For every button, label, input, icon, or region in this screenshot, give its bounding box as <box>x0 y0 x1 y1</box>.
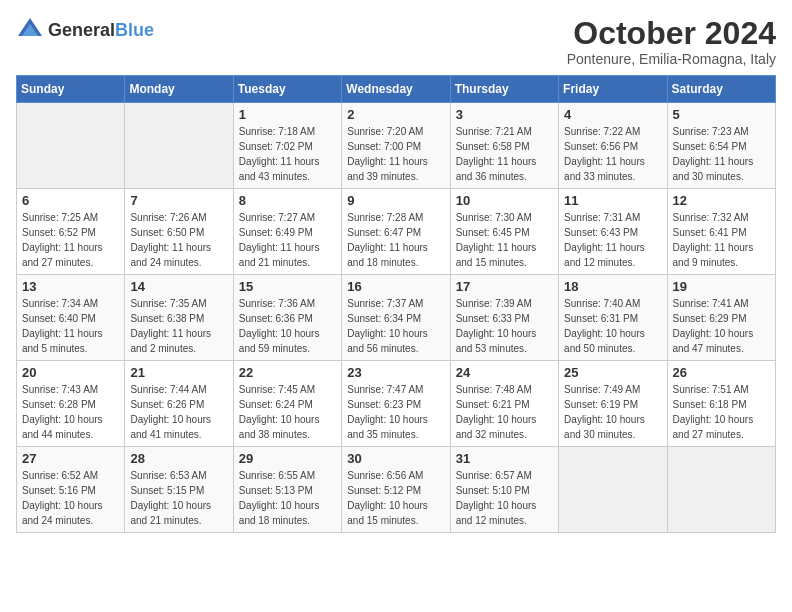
calendar-cell <box>125 103 233 189</box>
day-number: 21 <box>130 365 227 380</box>
day-info: Sunrise: 7:22 AMSunset: 6:56 PMDaylight:… <box>564 124 661 184</box>
day-number: 27 <box>22 451 119 466</box>
day-number: 29 <box>239 451 336 466</box>
day-info: Sunrise: 7:35 AMSunset: 6:38 PMDaylight:… <box>130 296 227 356</box>
day-number: 24 <box>456 365 553 380</box>
logo-icon <box>16 16 44 44</box>
day-number: 5 <box>673 107 770 122</box>
day-info: Sunrise: 6:53 AMSunset: 5:15 PMDaylight:… <box>130 468 227 528</box>
calendar-cell: 10Sunrise: 7:30 AMSunset: 6:45 PMDayligh… <box>450 189 558 275</box>
calendar-cell: 15Sunrise: 7:36 AMSunset: 6:36 PMDayligh… <box>233 275 341 361</box>
day-number: 31 <box>456 451 553 466</box>
day-number: 2 <box>347 107 444 122</box>
logo: GeneralBlue <box>16 16 154 44</box>
day-number: 22 <box>239 365 336 380</box>
calendar-cell: 13Sunrise: 7:34 AMSunset: 6:40 PMDayligh… <box>17 275 125 361</box>
calendar-cell: 21Sunrise: 7:44 AMSunset: 6:26 PMDayligh… <box>125 361 233 447</box>
calendar-cell <box>559 447 667 533</box>
calendar-cell: 9Sunrise: 7:28 AMSunset: 6:47 PMDaylight… <box>342 189 450 275</box>
calendar-cell: 5Sunrise: 7:23 AMSunset: 6:54 PMDaylight… <box>667 103 775 189</box>
calendar-cell: 20Sunrise: 7:43 AMSunset: 6:28 PMDayligh… <box>17 361 125 447</box>
day-info: Sunrise: 7:28 AMSunset: 6:47 PMDaylight:… <box>347 210 444 270</box>
day-number: 3 <box>456 107 553 122</box>
calendar-cell: 7Sunrise: 7:26 AMSunset: 6:50 PMDaylight… <box>125 189 233 275</box>
day-of-week-header: Wednesday <box>342 76 450 103</box>
day-info: Sunrise: 7:20 AMSunset: 7:00 PMDaylight:… <box>347 124 444 184</box>
day-number: 9 <box>347 193 444 208</box>
day-number: 11 <box>564 193 661 208</box>
calendar-week-row: 6Sunrise: 7:25 AMSunset: 6:52 PMDaylight… <box>17 189 776 275</box>
calendar-week-row: 27Sunrise: 6:52 AMSunset: 5:16 PMDayligh… <box>17 447 776 533</box>
day-number: 8 <box>239 193 336 208</box>
day-info: Sunrise: 7:30 AMSunset: 6:45 PMDaylight:… <box>456 210 553 270</box>
calendar-cell: 1Sunrise: 7:18 AMSunset: 7:02 PMDaylight… <box>233 103 341 189</box>
day-info: Sunrise: 7:18 AMSunset: 7:02 PMDaylight:… <box>239 124 336 184</box>
day-info: Sunrise: 7:49 AMSunset: 6:19 PMDaylight:… <box>564 382 661 442</box>
day-number: 25 <box>564 365 661 380</box>
calendar-cell <box>17 103 125 189</box>
calendar-body: 1Sunrise: 7:18 AMSunset: 7:02 PMDaylight… <box>17 103 776 533</box>
day-number: 10 <box>456 193 553 208</box>
day-number: 19 <box>673 279 770 294</box>
calendar-cell: 31Sunrise: 6:57 AMSunset: 5:10 PMDayligh… <box>450 447 558 533</box>
day-of-week-header: Thursday <box>450 76 558 103</box>
day-of-week-header: Sunday <box>17 76 125 103</box>
calendar-week-row: 13Sunrise: 7:34 AMSunset: 6:40 PMDayligh… <box>17 275 776 361</box>
calendar-cell: 3Sunrise: 7:21 AMSunset: 6:58 PMDaylight… <box>450 103 558 189</box>
day-number: 26 <box>673 365 770 380</box>
month-title: October 2024 <box>567 16 776 51</box>
day-of-week-header: Monday <box>125 76 233 103</box>
calendar-cell: 11Sunrise: 7:31 AMSunset: 6:43 PMDayligh… <box>559 189 667 275</box>
calendar-cell: 2Sunrise: 7:20 AMSunset: 7:00 PMDaylight… <box>342 103 450 189</box>
calendar-cell: 16Sunrise: 7:37 AMSunset: 6:34 PMDayligh… <box>342 275 450 361</box>
day-number: 16 <box>347 279 444 294</box>
calendar-cell: 29Sunrise: 6:55 AMSunset: 5:13 PMDayligh… <box>233 447 341 533</box>
calendar-cell: 23Sunrise: 7:47 AMSunset: 6:23 PMDayligh… <box>342 361 450 447</box>
day-info: Sunrise: 7:41 AMSunset: 6:29 PMDaylight:… <box>673 296 770 356</box>
logo-general: General <box>48 20 115 40</box>
calendar-cell: 24Sunrise: 7:48 AMSunset: 6:21 PMDayligh… <box>450 361 558 447</box>
calendar-week-row: 1Sunrise: 7:18 AMSunset: 7:02 PMDaylight… <box>17 103 776 189</box>
day-number: 17 <box>456 279 553 294</box>
calendar-cell: 22Sunrise: 7:45 AMSunset: 6:24 PMDayligh… <box>233 361 341 447</box>
day-info: Sunrise: 7:34 AMSunset: 6:40 PMDaylight:… <box>22 296 119 356</box>
calendar-cell: 28Sunrise: 6:53 AMSunset: 5:15 PMDayligh… <box>125 447 233 533</box>
calendar-cell: 25Sunrise: 7:49 AMSunset: 6:19 PMDayligh… <box>559 361 667 447</box>
day-info: Sunrise: 7:44 AMSunset: 6:26 PMDaylight:… <box>130 382 227 442</box>
day-info: Sunrise: 6:55 AMSunset: 5:13 PMDaylight:… <box>239 468 336 528</box>
calendar-cell: 27Sunrise: 6:52 AMSunset: 5:16 PMDayligh… <box>17 447 125 533</box>
calendar-cell: 26Sunrise: 7:51 AMSunset: 6:18 PMDayligh… <box>667 361 775 447</box>
day-number: 14 <box>130 279 227 294</box>
day-of-week-header: Saturday <box>667 76 775 103</box>
calendar-cell: 12Sunrise: 7:32 AMSunset: 6:41 PMDayligh… <box>667 189 775 275</box>
title-block: October 2024 Pontenure, Emilia-Romagna, … <box>567 16 776 67</box>
day-number: 7 <box>130 193 227 208</box>
calendar-cell: 8Sunrise: 7:27 AMSunset: 6:49 PMDaylight… <box>233 189 341 275</box>
day-info: Sunrise: 7:27 AMSunset: 6:49 PMDaylight:… <box>239 210 336 270</box>
day-info: Sunrise: 7:37 AMSunset: 6:34 PMDaylight:… <box>347 296 444 356</box>
location-subtitle: Pontenure, Emilia-Romagna, Italy <box>567 51 776 67</box>
day-number: 4 <box>564 107 661 122</box>
day-number: 18 <box>564 279 661 294</box>
calendar-cell: 18Sunrise: 7:40 AMSunset: 6:31 PMDayligh… <box>559 275 667 361</box>
day-number: 15 <box>239 279 336 294</box>
day-info: Sunrise: 6:52 AMSunset: 5:16 PMDaylight:… <box>22 468 119 528</box>
day-info: Sunrise: 7:32 AMSunset: 6:41 PMDaylight:… <box>673 210 770 270</box>
calendar-cell: 19Sunrise: 7:41 AMSunset: 6:29 PMDayligh… <box>667 275 775 361</box>
day-info: Sunrise: 7:39 AMSunset: 6:33 PMDaylight:… <box>456 296 553 356</box>
day-number: 13 <box>22 279 119 294</box>
day-info: Sunrise: 7:48 AMSunset: 6:21 PMDaylight:… <box>456 382 553 442</box>
calendar-table: SundayMondayTuesdayWednesdayThursdayFrid… <box>16 75 776 533</box>
day-of-week-header: Tuesday <box>233 76 341 103</box>
day-number: 28 <box>130 451 227 466</box>
calendar-week-row: 20Sunrise: 7:43 AMSunset: 6:28 PMDayligh… <box>17 361 776 447</box>
day-info: Sunrise: 7:21 AMSunset: 6:58 PMDaylight:… <box>456 124 553 184</box>
day-number: 1 <box>239 107 336 122</box>
calendar-header-row: SundayMondayTuesdayWednesdayThursdayFrid… <box>17 76 776 103</box>
day-number: 23 <box>347 365 444 380</box>
day-info: Sunrise: 7:31 AMSunset: 6:43 PMDaylight:… <box>564 210 661 270</box>
calendar-cell: 17Sunrise: 7:39 AMSunset: 6:33 PMDayligh… <box>450 275 558 361</box>
day-info: Sunrise: 6:57 AMSunset: 5:10 PMDaylight:… <box>456 468 553 528</box>
day-number: 20 <box>22 365 119 380</box>
calendar-cell: 30Sunrise: 6:56 AMSunset: 5:12 PMDayligh… <box>342 447 450 533</box>
